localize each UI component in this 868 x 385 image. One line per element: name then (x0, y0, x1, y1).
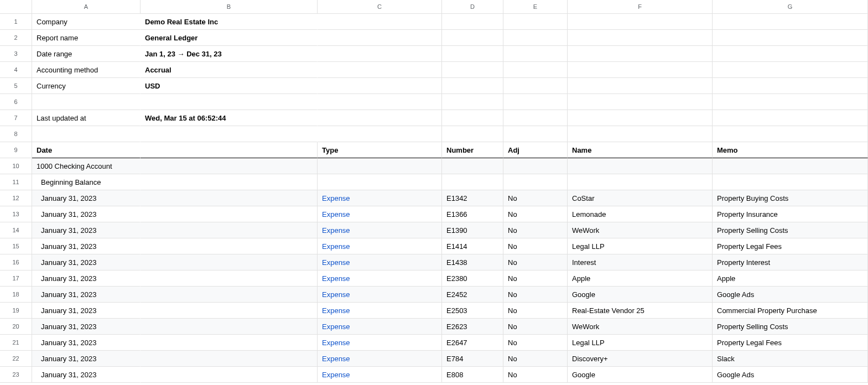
header-memo[interactable]: Memo (713, 142, 868, 158)
cell[interactable] (442, 110, 503, 126)
col-header-B[interactable]: B (141, 0, 318, 13)
cell[interactable] (503, 174, 568, 190)
entry-date[interactable]: January 31, 2023 (32, 303, 141, 319)
entry-name[interactable]: WeWork (568, 319, 713, 335)
entry-date[interactable]: January 31, 2023 (32, 287, 141, 303)
cell[interactable] (141, 287, 318, 303)
entry-type[interactable]: Expense (318, 270, 442, 287)
entry-date[interactable]: January 31, 2023 (32, 270, 141, 287)
cell[interactable] (713, 110, 868, 126)
cell[interactable] (141, 238, 318, 254)
entry-number[interactable]: E1414 (442, 238, 503, 254)
cell[interactable] (713, 78, 868, 94)
entry-type[interactable]: Expense (318, 335, 442, 351)
meta-value[interactable]: General Ledger (141, 30, 318, 46)
entry-date[interactable]: January 31, 2023 (32, 206, 141, 222)
entry-number[interactable]: E2380 (442, 270, 503, 287)
cell[interactable] (318, 46, 442, 62)
entry-number[interactable]: E1366 (442, 206, 503, 222)
cell[interactable] (141, 222, 318, 238)
meta-value[interactable]: Jan 1, 23 → Dec 31, 23 (141, 46, 318, 62)
meta-label[interactable]: Report name (32, 30, 141, 46)
cell[interactable] (568, 62, 713, 78)
row-header-4[interactable]: 4 (0, 62, 32, 78)
entry-name[interactable]: Lemonade (568, 206, 713, 222)
row-header-5[interactable]: 5 (0, 78, 32, 94)
cell[interactable] (713, 62, 868, 78)
row-header-9[interactable]: 9 (0, 142, 32, 158)
entry-type[interactable]: Expense (318, 238, 442, 254)
cell[interactable] (141, 158, 318, 174)
row-header-13[interactable]: 13 (0, 206, 32, 222)
cell[interactable] (568, 110, 713, 126)
entry-memo[interactable]: Property Insurance (713, 206, 868, 222)
entry-memo[interactable]: Property Buying Costs (713, 190, 868, 206)
entry-name[interactable]: CoStar (568, 190, 713, 206)
meta-value[interactable]: Demo Real Estate Inc (141, 14, 318, 30)
entry-type[interactable]: Expense (318, 222, 442, 238)
row-header-22[interactable]: 22 (0, 351, 32, 367)
entry-memo[interactable]: Property Legal Fees (713, 335, 868, 351)
col-header-F[interactable]: F (568, 0, 713, 13)
entry-number[interactable]: E1342 (442, 190, 503, 206)
cell[interactable] (713, 158, 868, 174)
entry-number[interactable]: E1438 (442, 254, 503, 270)
entry-date[interactable]: January 31, 2023 (32, 238, 141, 254)
cell[interactable] (442, 126, 503, 142)
cell[interactable] (442, 46, 503, 62)
cell[interactable] (713, 174, 868, 190)
cell[interactable] (713, 46, 868, 62)
cell[interactable] (713, 94, 868, 110)
entry-name[interactable]: Interest (568, 254, 713, 270)
row-header-19[interactable]: 19 (0, 303, 32, 319)
account-name[interactable]: 1000 Checking Account (32, 158, 141, 174)
cell[interactable] (141, 367, 318, 383)
beginning-balance[interactable]: Beginning Balance (32, 174, 141, 190)
cell[interactable] (141, 254, 318, 270)
cell[interactable] (141, 303, 318, 319)
cell[interactable] (568, 126, 713, 142)
entry-date[interactable]: January 31, 2023 (32, 367, 141, 383)
cell[interactable] (713, 30, 868, 46)
entry-adj[interactable]: No (503, 367, 568, 383)
meta-label[interactable] (32, 126, 141, 142)
row-header-3[interactable]: 3 (0, 46, 32, 62)
col-header-C[interactable]: C (318, 0, 442, 13)
col-header-E[interactable]: E (503, 0, 568, 13)
select-all-corner[interactable] (0, 0, 32, 13)
cell[interactable] (442, 174, 503, 190)
meta-value[interactable] (141, 94, 318, 110)
row-header-15[interactable]: 15 (0, 238, 32, 254)
entry-name[interactable]: Google (568, 287, 713, 303)
cell[interactable] (503, 126, 568, 142)
cell[interactable] (568, 30, 713, 46)
row-header-8[interactable]: 8 (0, 126, 32, 142)
row-header-6[interactable]: 6 (0, 94, 32, 110)
entry-number[interactable]: E2452 (442, 287, 503, 303)
entry-number[interactable]: E2647 (442, 335, 503, 351)
cell[interactable] (503, 30, 568, 46)
meta-value[interactable]: Accrual (141, 62, 318, 78)
entry-number[interactable]: E808 (442, 367, 503, 383)
row-header-17[interactable]: 17 (0, 270, 32, 287)
cell[interactable] (141, 270, 318, 287)
entry-type[interactable]: Expense (318, 190, 442, 206)
entry-name[interactable]: Legal LLP (568, 335, 713, 351)
entry-adj[interactable]: No (503, 206, 568, 222)
entry-memo[interactable]: Property Interest (713, 254, 868, 270)
entry-name[interactable]: Apple (568, 270, 713, 287)
cell[interactable] (141, 142, 318, 158)
meta-value[interactable]: USD (141, 78, 318, 94)
meta-value[interactable]: Wed, Mar 15 at 06:52:44 (141, 110, 318, 126)
cell[interactable] (318, 110, 442, 126)
entry-adj[interactable]: No (503, 335, 568, 351)
cell[interactable] (568, 14, 713, 30)
cell[interactable] (318, 78, 442, 94)
row-header-7[interactable]: 7 (0, 110, 32, 126)
entry-date[interactable]: January 31, 2023 (32, 335, 141, 351)
row-header-1[interactable]: 1 (0, 14, 32, 30)
cell[interactable] (503, 62, 568, 78)
cell[interactable] (442, 158, 503, 174)
entry-date[interactable]: January 31, 2023 (32, 190, 141, 206)
entry-type[interactable]: Expense (318, 319, 442, 335)
